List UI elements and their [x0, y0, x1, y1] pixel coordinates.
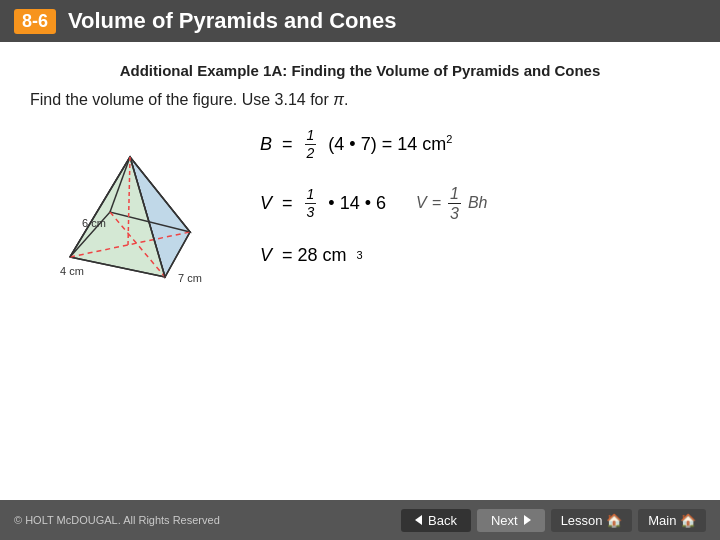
formula-fraction-third: 1 3 [448, 184, 461, 223]
main-body: .solid-line { stroke: #333; stroke-width… [30, 127, 690, 331]
svg-text:7 cm: 7 cm [178, 272, 202, 284]
main-button[interactable]: Main 🏠 [638, 509, 706, 532]
equals-1: = [282, 134, 293, 155]
header-title: Volume of Pyramids and Cones [68, 8, 396, 34]
pi-symbol: π [333, 91, 344, 108]
copyright-text: © HOLT McDOUGAL. All Rights Reserved [14, 514, 220, 526]
main-label: Main [648, 513, 676, 528]
v-calc: • 14 • 6 [328, 193, 386, 214]
formula-reference: V = 1 3 Bh [416, 184, 488, 223]
equation-result: V = 28 cm3 [260, 245, 690, 266]
equation-v-row: V = 1 3 • 14 • 6 V = 1 3 Bh [260, 184, 690, 223]
fraction-third: 1 3 [305, 186, 317, 221]
formula-v-var: V [416, 194, 427, 212]
fraction-half: 1 2 [305, 127, 317, 162]
v-var: V [260, 193, 272, 214]
sq-super: 2 [446, 133, 452, 145]
nav-buttons: Back Next Lesson 🏠 Main 🏠 [401, 509, 706, 532]
lesson-label: Lesson [561, 513, 603, 528]
b-calc: (4 • 7) = 14 cm2 [328, 133, 452, 155]
equals-2: = [282, 193, 293, 214]
figure-area: .solid-line { stroke: #333; stroke-width… [30, 127, 230, 331]
equation-v: V = 1 3 • 14 • 6 [260, 186, 386, 221]
svg-text:4 cm: 4 cm [60, 265, 84, 277]
next-label: Next [491, 513, 518, 528]
main-home-icon: 🏠 [680, 513, 696, 528]
problem-statement: Find the volume of the figure. Use 3.14 … [30, 91, 690, 109]
example-title: Additional Example 1A: Finding the Volum… [30, 60, 690, 81]
equals-3: = 28 cm [282, 245, 347, 266]
header-bar: 8-6 Volume of Pyramids and Cones [0, 0, 720, 42]
formula-bh: Bh [468, 194, 488, 212]
next-arrow-icon [524, 515, 531, 525]
back-arrow-icon [415, 515, 422, 525]
pyramid-figure: .solid-line { stroke: #333; stroke-width… [30, 127, 230, 327]
nav-bar: © HOLT McDOUGAL. All Rights Reserved Bac… [0, 500, 720, 540]
b-var: B [260, 134, 272, 155]
content-area: Additional Example 1A: Finding the Volum… [0, 42, 720, 500]
lesson-button[interactable]: Lesson 🏠 [551, 509, 633, 532]
cube-super: 3 [357, 249, 363, 261]
back-button[interactable]: Back [401, 509, 471, 532]
v-result-var: V [260, 245, 272, 266]
formula-equals: = [432, 194, 441, 212]
equation-b: B = 1 2 (4 • 7) = 14 cm2 [260, 127, 690, 162]
back-label: Back [428, 513, 457, 528]
svg-text:6 cm: 6 cm [82, 217, 106, 229]
math-content: B = 1 2 (4 • 7) = 14 cm2 V = 1 3 • 14 [250, 127, 690, 288]
lesson-badge: 8-6 [14, 9, 56, 34]
next-button[interactable]: Next [477, 509, 545, 532]
lesson-home-icon: 🏠 [606, 513, 622, 528]
